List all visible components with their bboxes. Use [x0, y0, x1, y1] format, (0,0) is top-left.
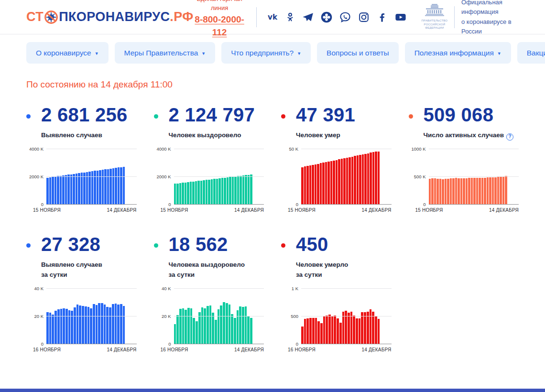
- bar[interactable]: [463, 178, 465, 204]
- bar[interactable]: [370, 309, 372, 344]
- bar[interactable]: [455, 178, 458, 204]
- bar[interactable]: [242, 175, 245, 204]
- bar[interactable]: [471, 178, 473, 204]
- bar[interactable]: [204, 308, 206, 344]
- bar[interactable]: [83, 173, 86, 204]
- bar[interactable]: [245, 306, 247, 344]
- bar[interactable]: [174, 184, 176, 204]
- bar[interactable]: [476, 178, 479, 204]
- government-block[interactable]: ПРАВИТЕЛЬСТВО РОССИЙСКОЙ ФЕДЕРАЦИИ Офици…: [420, 0, 524, 36]
- bar[interactable]: [90, 308, 92, 344]
- bar[interactable]: [312, 165, 314, 204]
- bar[interactable]: [309, 318, 312, 344]
- bar[interactable]: [301, 167, 304, 204]
- bar[interactable]: [306, 318, 309, 344]
- bar[interactable]: [237, 176, 240, 204]
- bar[interactable]: [62, 175, 65, 204]
- bar[interactable]: [93, 304, 95, 343]
- bar[interactable]: [101, 303, 103, 343]
- bar[interactable]: [497, 177, 500, 204]
- bar[interactable]: [112, 304, 114, 344]
- bar[interactable]: [182, 308, 185, 344]
- nav-button[interactable]: Меры Правительства ▼: [115, 42, 216, 64]
- bar[interactable]: [317, 321, 320, 343]
- bar[interactable]: [481, 178, 484, 204]
- bar[interactable]: [193, 318, 195, 344]
- bar[interactable]: [99, 170, 101, 204]
- bar[interactable]: [86, 172, 88, 204]
- help-icon[interactable]: [506, 133, 513, 141]
- bar[interactable]: [450, 178, 452, 204]
- bar[interactable]: [364, 312, 366, 344]
- dzen-icon[interactable]: [320, 11, 333, 23]
- bar[interactable]: [502, 176, 505, 204]
- bar[interactable]: [359, 318, 361, 344]
- bar[interactable]: [49, 177, 52, 204]
- bar[interactable]: [52, 315, 54, 344]
- bar[interactable]: [330, 161, 333, 204]
- bar[interactable]: [378, 319, 380, 344]
- bar[interactable]: [349, 157, 351, 204]
- bar[interactable]: [350, 312, 353, 344]
- bar[interactable]: [229, 305, 231, 343]
- bar[interactable]: [78, 173, 80, 204]
- bar[interactable]: [52, 177, 54, 204]
- bar[interactable]: [436, 179, 439, 204]
- bar[interactable]: [109, 169, 112, 204]
- bar[interactable]: [372, 152, 375, 204]
- bar[interactable]: [445, 179, 447, 204]
- bar[interactable]: [231, 314, 233, 343]
- nav-button[interactable]: Полезная информация ▼: [405, 42, 511, 64]
- bar[interactable]: [198, 312, 201, 344]
- bar[interactable]: [353, 316, 355, 344]
- bar[interactable]: [218, 178, 221, 204]
- bar[interactable]: [218, 309, 220, 343]
- facebook-icon[interactable]: [376, 11, 388, 23]
- bar[interactable]: [234, 318, 236, 344]
- bar[interactable]: [375, 316, 377, 344]
- bar[interactable]: [182, 183, 184, 204]
- bar[interactable]: [245, 175, 247, 204]
- bar[interactable]: [123, 167, 125, 204]
- bar[interactable]: [336, 160, 338, 204]
- bar[interactable]: [348, 313, 350, 344]
- bar[interactable]: [115, 304, 117, 344]
- bar[interactable]: [54, 176, 57, 204]
- bar[interactable]: [328, 315, 331, 343]
- bar[interactable]: [60, 176, 62, 204]
- bar[interactable]: [367, 312, 369, 344]
- bar[interactable]: [306, 166, 309, 204]
- bar[interactable]: [107, 169, 109, 204]
- bar[interactable]: [505, 176, 507, 204]
- bar[interactable]: [67, 174, 70, 204]
- bar[interactable]: [248, 175, 250, 204]
- hotline-phone-link[interactable]: 8-800-2000-112: [194, 13, 246, 39]
- bar[interactable]: [221, 178, 224, 204]
- bar[interactable]: [315, 164, 317, 204]
- bar[interactable]: [104, 169, 107, 204]
- bar[interactable]: [216, 179, 218, 204]
- bar[interactable]: [304, 319, 306, 344]
- bar[interactable]: [120, 304, 122, 343]
- bar[interactable]: [46, 312, 49, 344]
- bar[interactable]: [176, 315, 179, 344]
- bar[interactable]: [320, 163, 322, 204]
- bar[interactable]: [337, 318, 339, 344]
- bar[interactable]: [439, 179, 442, 204]
- bar[interactable]: [492, 177, 494, 204]
- bar[interactable]: [346, 158, 349, 204]
- odnoklassniki-icon[interactable]: [285, 11, 295, 23]
- bar[interactable]: [187, 308, 190, 344]
- bar[interactable]: [341, 159, 343, 204]
- bar[interactable]: [232, 177, 234, 204]
- vk-icon[interactable]: vk: [266, 11, 279, 23]
- bar[interactable]: [247, 316, 250, 344]
- nav-button[interactable]: Что предпринять? ▼: [221, 42, 311, 64]
- bar[interactable]: [174, 324, 176, 344]
- bar[interactable]: [179, 309, 182, 344]
- bar[interactable]: [362, 154, 364, 204]
- bar[interactable]: [209, 305, 212, 344]
- bar[interactable]: [185, 310, 187, 344]
- bar[interactable]: [372, 312, 374, 344]
- bar[interactable]: [370, 152, 372, 204]
